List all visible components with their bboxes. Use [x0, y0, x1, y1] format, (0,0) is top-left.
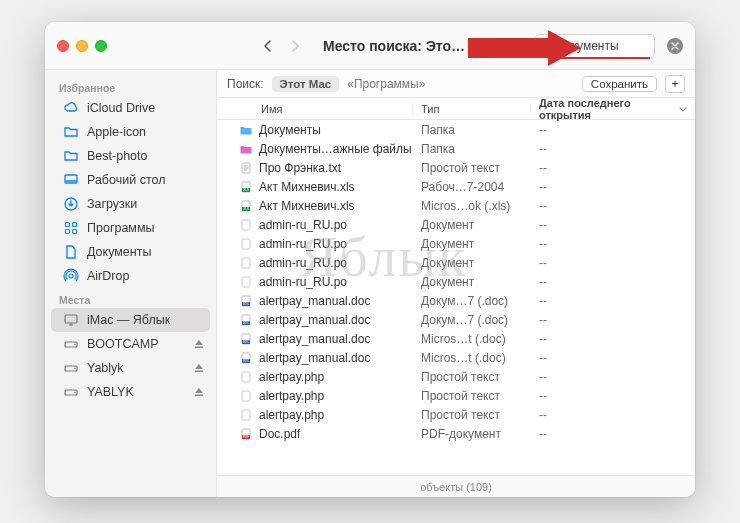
file-row[interactable]: alertpay.phpПростой текст-- — [217, 405, 695, 424]
file-row[interactable]: admin-ru_RU.poДокумент-- — [217, 253, 695, 272]
folder-icon — [63, 124, 79, 140]
drive-icon — [63, 336, 79, 352]
chevron-right-icon — [290, 39, 300, 53]
sidebar-item[interactable]: Рабочий стол — [51, 168, 210, 192]
minimize-window-button[interactable] — [76, 40, 88, 52]
imac-icon — [63, 312, 79, 328]
sidebar-item[interactable]: AirDrop — [51, 264, 210, 288]
clear-search-button[interactable] — [667, 38, 683, 54]
search-input[interactable] — [558, 39, 648, 53]
sidebar: ИзбранноеiCloud DriveApple-iconBest-phot… — [45, 70, 217, 497]
sidebar-item[interactable]: Загрузки — [51, 192, 210, 216]
search-icon — [542, 40, 554, 52]
svg-text:DOC: DOC — [243, 340, 251, 344]
file-row[interactable]: XLSАкт Михневич.xlsРабоч…7-2004-- — [217, 177, 695, 196]
xls-icon: XLS — [239, 180, 253, 194]
file-row[interactable]: DOCalertpay_manual.docДокум…7 (.doc)-- — [217, 291, 695, 310]
chevron-left-icon — [262, 39, 272, 53]
column-date[interactable]: Дата последнего открытия — [531, 97, 695, 121]
svg-rect-31 — [242, 239, 250, 249]
add-criteria-button[interactable]: + — [665, 75, 685, 93]
file-date: -- — [531, 218, 695, 232]
file-date: -- — [531, 256, 695, 270]
eject-icon[interactable] — [194, 387, 204, 397]
sidebar-item-label: AirDrop — [87, 269, 129, 283]
column-date-label: Дата последнего открытия — [539, 97, 679, 121]
svg-point-9 — [69, 274, 73, 278]
column-name[interactable]: Имя — [217, 103, 413, 115]
file-row[interactable]: PDFDoc.pdfPDF-документ-- — [217, 424, 695, 443]
file-row[interactable]: admin-ru_RU.poДокумент-- — [217, 234, 695, 253]
file-row[interactable]: admin-ru_RU.poДокумент-- — [217, 215, 695, 234]
file-row[interactable]: DOCalertpay_manual.docMicros…t (.doc)-- — [217, 329, 695, 348]
file-row[interactable]: alertpay.phpПростой текст-- — [217, 367, 695, 386]
svg-rect-46 — [242, 372, 250, 382]
file-name: Doc.pdf — [259, 427, 300, 441]
search-field-wrap[interactable] — [535, 34, 655, 58]
sidebar-item[interactable]: iCloud Drive — [51, 96, 210, 120]
sidebar-item[interactable]: Best-photo — [51, 144, 210, 168]
save-search-button[interactable]: Сохранить — [582, 76, 657, 92]
sidebar-item[interactable]: BOOTCAMP — [51, 332, 210, 356]
file-row[interactable]: admin-ru_RU.poДокумент-- — [217, 272, 695, 291]
zoom-window-button[interactable] — [95, 40, 107, 52]
search-highlight — [554, 57, 650, 59]
svg-rect-8 — [73, 230, 77, 234]
sidebar-item-label: iCloud Drive — [87, 101, 155, 115]
file-row[interactable]: Про Фрэнка.txtПростой текст-- — [217, 158, 695, 177]
close-icon — [671, 42, 679, 50]
file-row[interactable]: XLSАкт Михневич.xlsMicros…ok (.xls)-- — [217, 196, 695, 215]
svg-text:DOC: DOC — [243, 302, 251, 306]
forward-button[interactable] — [283, 35, 307, 57]
blank-icon — [239, 256, 253, 270]
file-type: Документ — [413, 218, 531, 232]
sidebar-item-label: Программы — [87, 221, 155, 235]
svg-line-1 — [550, 48, 553, 51]
file-date: -- — [531, 180, 695, 194]
eject-icon[interactable] — [194, 339, 204, 349]
svg-rect-19 — [195, 395, 203, 397]
chevron-down-icon — [679, 103, 687, 115]
sidebar-item-label: BOOTCAMP — [87, 337, 159, 351]
file-type: Простой текст — [413, 408, 531, 422]
file-row[interactable]: DOCalertpay_manual.docДокум…7 (.doc)-- — [217, 310, 695, 329]
sidebar-item[interactable]: Документы — [51, 240, 210, 264]
file-type: Докум…7 (.doc) — [413, 313, 531, 327]
close-window-button[interactable] — [57, 40, 69, 52]
pdf-icon: PDF — [239, 427, 253, 441]
sidebar-item[interactable]: Программы — [51, 216, 210, 240]
sidebar-item[interactable]: Apple-icon — [51, 120, 210, 144]
file-row[interactable]: alertpay.phpПростой текст-- — [217, 386, 695, 405]
back-button[interactable] — [255, 35, 279, 57]
svg-text:XLS: XLS — [243, 207, 249, 211]
sidebar-item[interactable]: Yablyk — [51, 356, 210, 380]
sidebar-item-label: Apple-icon — [87, 125, 146, 139]
svg-point-0 — [544, 41, 552, 49]
column-type[interactable]: Тип — [413, 103, 531, 115]
file-date: -- — [531, 199, 695, 213]
file-name: Документы…ажные файлы — [259, 142, 412, 156]
file-row[interactable]: DOCalertpay_manual.docMicros…t (.doc)-- — [217, 348, 695, 367]
sidebar-item-label: YABLYK — [87, 385, 134, 399]
eject-icon[interactable] — [194, 363, 204, 373]
file-date: -- — [531, 142, 695, 156]
file-row[interactable]: Документы…ажные файлыПапка-- — [217, 139, 695, 158]
file-row[interactable]: ДокументыПапка-- — [217, 120, 695, 139]
blank-icon — [239, 275, 253, 289]
svg-text:DOC: DOC — [243, 321, 251, 325]
file-type: Папка — [413, 142, 531, 156]
file-name: alertpay.php — [259, 408, 324, 422]
blank-icon — [239, 370, 253, 384]
svg-rect-48 — [242, 410, 250, 420]
drive-icon — [63, 360, 79, 376]
file-list[interactable]: ДокументыПапка--Документы…ажные файлыПап… — [217, 120, 695, 475]
file-name: Про Фрэнка.txt — [259, 161, 341, 175]
svg-point-15 — [74, 368, 76, 370]
scope-programs[interactable]: «Программы» — [347, 77, 425, 91]
sidebar-item[interactable]: iMac — Яблык — [51, 308, 210, 332]
file-type: Простой текст — [413, 370, 531, 384]
svg-text:XLS: XLS — [243, 188, 249, 192]
file-date: -- — [531, 351, 695, 365]
scope-this-mac[interactable]: Этот Mac — [272, 76, 340, 92]
sidebar-item[interactable]: YABLYK — [51, 380, 210, 404]
